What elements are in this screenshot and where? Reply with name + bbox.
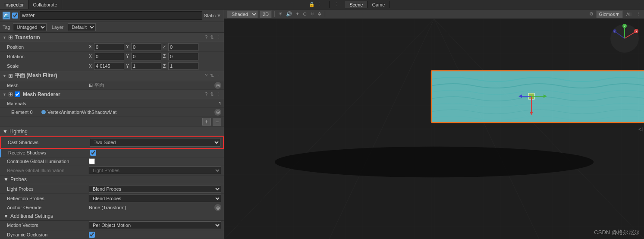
rotation-z-label: Z xyxy=(163,54,167,59)
probes-section-header[interactable]: ▼ Probes xyxy=(0,176,224,184)
mesh-renderer-icon: ⊞ xyxy=(8,91,13,97)
rotation-x-field: X xyxy=(89,53,124,60)
mesh-label: Mesh xyxy=(7,83,89,88)
scene-more-icon[interactable]: ⋮ xyxy=(635,11,641,17)
position-x-input[interactable] xyxy=(94,43,124,51)
lighting-section-header[interactable]: ▼ Lighting xyxy=(0,127,224,136)
2d-mode-button[interactable]: 2D xyxy=(260,10,272,18)
scale-z-field: Z xyxy=(163,62,198,70)
light-probes-label: Light Probes xyxy=(7,186,89,192)
receive-gi-row: Receive Global Illumination Light Probes… xyxy=(0,166,224,176)
motion-vectors-value: Per Object Motion Camera Motion Only For… xyxy=(89,221,221,229)
scale-z-input[interactable] xyxy=(168,62,198,70)
tag-label: Tag xyxy=(3,25,10,30)
gizmos-button[interactable]: Gizmos ▼ xyxy=(596,10,623,18)
svg-text:Y: Y xyxy=(624,25,625,28)
light-icon[interactable]: ☀ xyxy=(277,11,283,17)
receive-gi-value: Light Probes Lightmaps xyxy=(89,167,221,174)
scene-canvas[interactable]: Y X Z ◁ CSDN @格尔尼尔 xyxy=(224,19,644,239)
mesh-select-button[interactable]: ◎ xyxy=(214,82,221,89)
receive-shadows-row: Receive Shadows xyxy=(0,149,224,157)
transform-more-icon[interactable]: ⋮ xyxy=(217,35,221,40)
additional-settings-section-header[interactable]: ▼ Additional Settings xyxy=(0,212,224,221)
rotation-z-input[interactable] xyxy=(168,53,198,60)
static-dropdown-arrow[interactable]: ▼ xyxy=(217,13,221,18)
mesh-filter-settings-icon[interactable]: ⇅ xyxy=(210,73,214,79)
probes-collapse-icon: ▼ xyxy=(3,176,9,182)
mesh-filter-more-icon[interactable]: ⋮ xyxy=(217,73,221,79)
tab-scene[interactable]: Scene xyxy=(345,1,368,8)
receive-shadows-value xyxy=(90,150,221,156)
mesh-filter-section-header[interactable]: ▼ ⊞ 平面 (Mesh Filter) ? ⇅ ⋮ xyxy=(0,71,224,81)
layer-label: Layer xyxy=(52,25,64,30)
remove-material-button[interactable]: − xyxy=(213,118,221,126)
element-0-select-button[interactable]: ◎ xyxy=(214,109,221,116)
transform-settings-icon[interactable]: ⇅ xyxy=(210,35,214,40)
mesh-renderer-collapse-icon: ▼ xyxy=(3,92,6,97)
transform-section-header[interactable]: ▼ ⊞ Transform ? ⇅ ⋮ xyxy=(0,33,224,42)
scale-x-input[interactable] xyxy=(94,62,124,70)
transform-title: Transform xyxy=(15,35,203,41)
dynamic-occlusion-checkbox[interactable] xyxy=(89,232,95,238)
skybox-icon[interactable]: ⊙ xyxy=(302,11,308,17)
additional-settings-title: Additional Settings xyxy=(10,213,53,219)
mesh-renderer-help-icon[interactable]: ? xyxy=(205,91,207,97)
particle-icon[interactable]: ✲ xyxy=(317,11,322,17)
more-icon[interactable]: ⋮ xyxy=(317,2,322,7)
scene-settings-icon[interactable]: ⚙ xyxy=(588,11,594,17)
position-z-label: Z xyxy=(163,44,167,49)
additional-settings-collapse-icon: ▼ xyxy=(3,213,9,219)
scale-y-input[interactable] xyxy=(131,62,161,70)
receive-gi-dropdown[interactable]: Light Probes Lightmaps xyxy=(89,167,221,174)
rotation-x-input[interactable] xyxy=(94,53,124,60)
scale-row: Scale X Y Z xyxy=(0,61,224,71)
position-row: Position X Y Z xyxy=(0,42,224,52)
position-z-input[interactable] xyxy=(168,43,198,51)
shading-mode-dropdown[interactable]: Shaded xyxy=(227,10,258,18)
cast-shadows-dropdown[interactable]: Two Sided Off On Shadows Only xyxy=(90,138,220,147)
add-material-button[interactable]: + xyxy=(202,118,211,126)
object-name-input[interactable] xyxy=(20,11,202,20)
anchor-override-select-button[interactable]: ◎ xyxy=(214,204,221,211)
svg-text:Z: Z xyxy=(614,30,616,33)
contribute-gi-checkbox[interactable] xyxy=(89,158,95,164)
mesh-renderer-section-header[interactable]: ▼ ⊞ Mesh Renderer ? ⇅ ⋮ xyxy=(0,90,224,99)
csdn-watermark: CSDN @格尔尼尔 xyxy=(594,229,640,236)
contribute-gi-label: Contribute Global Illumination xyxy=(7,159,89,164)
audio-icon[interactable]: 🔊 xyxy=(285,11,293,17)
position-label: Position xyxy=(7,44,89,50)
transform-actions: ? ⇅ ⋮ xyxy=(205,35,221,40)
materials-label: Materials xyxy=(7,101,219,106)
top-tabs-bar: Inspector Collaborate 🔒 ⋮ ⋮⋮ Scene Game … xyxy=(0,0,644,9)
top-tab-icons: 🔒 ⋮ xyxy=(309,2,325,7)
receive-shadows-checkbox[interactable] xyxy=(90,150,96,156)
tab-game[interactable]: Game xyxy=(368,1,390,8)
inspector-panel: 🌊 Static ▼ Tag Untagged Layer Default ▼ … xyxy=(0,9,224,239)
mesh-renderer-settings-icon[interactable]: ⇅ xyxy=(210,91,214,97)
more-scene-icon[interactable]: ⋮ xyxy=(637,2,641,7)
position-y-field: Y xyxy=(126,43,161,51)
mesh-filter-help-icon[interactable]: ? xyxy=(205,73,207,79)
mesh-filter-actions: ? ⇅ ⋮ xyxy=(205,73,221,79)
transform-collapse-icon: ▼ xyxy=(3,35,6,40)
lighting-title: Lighting xyxy=(9,129,28,135)
tag-dropdown[interactable]: Untagged xyxy=(13,23,47,31)
reflection-probes-label: Reflection Probes xyxy=(7,196,89,201)
reflection-probes-dropdown[interactable]: Blend Probes Off Simple xyxy=(89,195,221,202)
transform-help-icon[interactable]: ? xyxy=(205,35,207,40)
dynamic-occlusion-label: Dynamic Occlusion xyxy=(7,232,89,237)
mesh-renderer-more-icon[interactable]: ⋮ xyxy=(217,91,221,97)
motion-vectors-dropdown[interactable]: Per Object Motion Camera Motion Only For… xyxy=(89,221,221,229)
mesh-renderer-checkbox[interactable] xyxy=(15,91,20,97)
rotation-y-input[interactable] xyxy=(131,53,161,60)
xyz-gizmo[interactable]: Y X Z xyxy=(609,23,640,53)
fog-icon[interactable]: ≋ xyxy=(309,11,315,17)
object-active-checkbox[interactable] xyxy=(12,13,18,19)
fx-icon[interactable]: ✦ xyxy=(295,11,300,17)
tab-inspector[interactable]: Inspector xyxy=(0,0,28,9)
light-probes-dropdown[interactable]: Blend Probes Off Use Proxy Volume Custom… xyxy=(89,185,221,193)
position-y-input[interactable] xyxy=(131,43,161,51)
scene-collapse-arrow[interactable]: ◁ xyxy=(637,124,644,134)
tab-collaborate[interactable]: Collaborate xyxy=(28,0,62,9)
layer-dropdown[interactable]: Default xyxy=(68,23,96,31)
